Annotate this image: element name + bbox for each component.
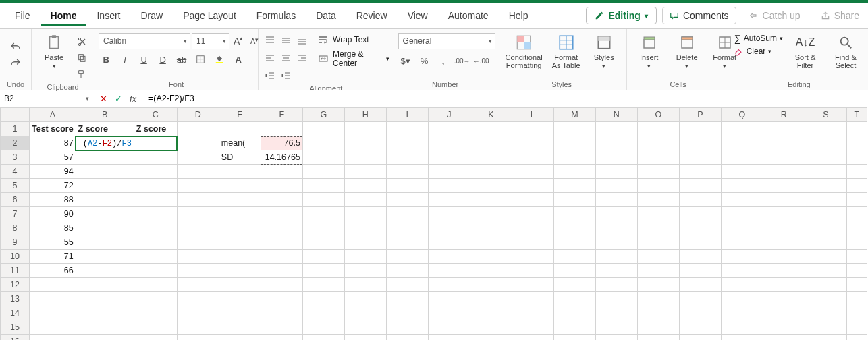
cell-M13[interactable] xyxy=(553,292,595,306)
cell-E12[interactable] xyxy=(219,278,261,292)
cell-D11[interactable] xyxy=(177,264,219,278)
cell-N5[interactable] xyxy=(595,179,637,193)
font-size-select[interactable]: 11 xyxy=(192,33,229,49)
row-header-10[interactable]: 10 xyxy=(1,250,30,264)
cell-H16[interactable] xyxy=(344,335,386,341)
tab-draw[interactable]: Draw xyxy=(131,6,172,26)
cell-E10[interactable] xyxy=(219,250,261,264)
cell-G1[interactable] xyxy=(302,122,344,136)
cell-T8[interactable] xyxy=(846,221,867,235)
cell-G5[interactable] xyxy=(302,179,344,193)
font-name-select[interactable]: Calibri xyxy=(99,33,190,49)
tab-pagelayout[interactable]: Page Layout xyxy=(173,6,246,26)
cell-I9[interactable] xyxy=(386,235,428,250)
catchup-button[interactable]: Catch up xyxy=(742,7,808,24)
cell-T7[interactable] xyxy=(846,207,867,221)
tab-automate[interactable]: Automate xyxy=(439,6,498,26)
cell-S10[interactable] xyxy=(805,250,846,264)
cell-A2[interactable]: 87 xyxy=(30,136,76,150)
column-header-Q[interactable]: Q xyxy=(721,108,763,122)
cell-F16[interactable] xyxy=(261,335,302,341)
cell-K6[interactable] xyxy=(470,193,512,207)
decrease-indent-button[interactable] xyxy=(263,68,277,83)
cell-S6[interactable] xyxy=(805,193,846,207)
cell-D15[interactable] xyxy=(177,320,219,335)
cell-H5[interactable] xyxy=(344,179,386,193)
cell-F11[interactable] xyxy=(261,264,302,278)
cell-S3[interactable] xyxy=(805,150,846,165)
cell-K11[interactable] xyxy=(470,264,512,278)
column-header-M[interactable]: M xyxy=(553,108,595,122)
cell-M6[interactable] xyxy=(553,193,595,207)
cell-J16[interactable] xyxy=(428,335,470,341)
row-header-6[interactable]: 6 xyxy=(1,193,30,207)
cell-L10[interactable] xyxy=(512,250,553,264)
cell-C7[interactable] xyxy=(134,207,177,221)
cell-J6[interactable] xyxy=(428,193,470,207)
cell-T1[interactable] xyxy=(846,122,867,136)
cell-L9[interactable] xyxy=(512,235,553,250)
cell-B16[interactable] xyxy=(76,335,134,341)
comments-button[interactable]: Comments xyxy=(662,7,736,24)
cell-B8[interactable] xyxy=(76,221,134,235)
cell-Q10[interactable] xyxy=(721,250,763,264)
cell-R9[interactable] xyxy=(763,235,805,250)
cell-S14[interactable] xyxy=(805,306,846,320)
share-button[interactable]: Share xyxy=(813,7,863,24)
fill-color-button[interactable] xyxy=(212,52,227,67)
cell-R6[interactable] xyxy=(763,193,805,207)
cell-Q14[interactable] xyxy=(721,306,763,320)
cell-P13[interactable] xyxy=(679,292,721,306)
cell-S4[interactable] xyxy=(805,165,846,179)
cell-T14[interactable] xyxy=(846,306,867,320)
row-header-2[interactable]: 2 xyxy=(1,136,30,150)
cell-E14[interactable] xyxy=(219,306,261,320)
cell-B11[interactable] xyxy=(76,264,134,278)
cell-A5[interactable]: 72 xyxy=(30,179,76,193)
cell-C2[interactable] xyxy=(134,136,177,150)
cell-J12[interactable] xyxy=(428,278,470,292)
cell-A3[interactable]: 57 xyxy=(30,150,76,165)
cell-J4[interactable] xyxy=(428,165,470,179)
currency-button[interactable]: $▾ xyxy=(398,53,413,68)
cell-S8[interactable] xyxy=(805,221,846,235)
cell-M8[interactable] xyxy=(553,221,595,235)
cell-F12[interactable] xyxy=(261,278,302,292)
cell-A9[interactable]: 55 xyxy=(30,235,76,250)
cell-Q7[interactable] xyxy=(721,207,763,221)
cell-S16[interactable] xyxy=(805,335,846,341)
cell-P12[interactable] xyxy=(679,278,721,292)
cell-J5[interactable] xyxy=(428,179,470,193)
cell-N11[interactable] xyxy=(595,264,637,278)
cell-K3[interactable] xyxy=(470,150,512,165)
cell-J8[interactable] xyxy=(428,221,470,235)
cell-G12[interactable] xyxy=(302,278,344,292)
italic-button[interactable]: I xyxy=(117,52,132,67)
cell-E2[interactable]: mean( xyxy=(219,136,261,150)
cell-D14[interactable] xyxy=(177,306,219,320)
cell-O3[interactable] xyxy=(637,150,679,165)
formula-input[interactable] xyxy=(144,90,868,107)
cell-D1[interactable] xyxy=(177,122,219,136)
cell-L4[interactable] xyxy=(512,165,553,179)
cell-H15[interactable] xyxy=(344,320,386,335)
cell-A16[interactable] xyxy=(30,335,76,341)
cell-E8[interactable] xyxy=(219,221,261,235)
copy-button[interactable] xyxy=(75,51,90,65)
cell-S1[interactable] xyxy=(805,122,846,136)
column-header-H[interactable]: H xyxy=(344,108,386,122)
cell-E16[interactable] xyxy=(219,335,261,341)
tab-review[interactable]: Review xyxy=(347,6,397,26)
cell-E6[interactable] xyxy=(219,193,261,207)
cell-O12[interactable] xyxy=(637,278,679,292)
cell-A8[interactable]: 85 xyxy=(30,221,76,235)
formula-accept-button[interactable]: ✓ xyxy=(113,94,124,104)
cell-C15[interactable] xyxy=(134,320,177,335)
cell-F1[interactable] xyxy=(261,122,302,136)
strikethrough-button[interactable]: ab xyxy=(174,52,189,67)
cell-G10[interactable] xyxy=(302,250,344,264)
cell-T13[interactable] xyxy=(846,292,867,306)
cell-P4[interactable] xyxy=(679,165,721,179)
cell-C11[interactable] xyxy=(134,264,177,278)
cell-Q11[interactable] xyxy=(721,264,763,278)
